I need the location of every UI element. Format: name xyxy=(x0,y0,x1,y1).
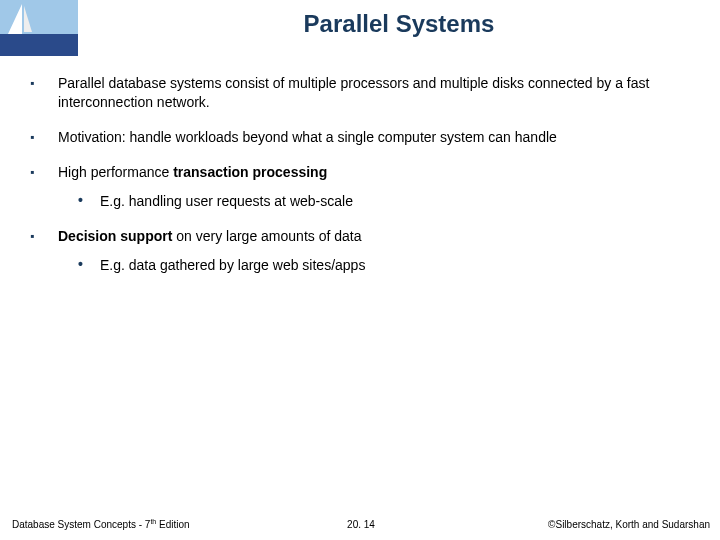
slide-content: ▪ Parallel database systems consist of m… xyxy=(30,74,690,291)
footer-page-number: 20. 14 xyxy=(12,519,710,530)
sub-bullet-text: E.g. handling user requests at web-scale xyxy=(100,192,690,211)
bullet-text: Decision support on very large amounts o… xyxy=(58,227,690,275)
bullet-text: High performance transaction processing … xyxy=(58,163,690,211)
dot-bullet-icon: • xyxy=(78,192,100,211)
square-bullet-icon: ▪ xyxy=(30,128,58,147)
slide-footer: 20. 14 Database System Concepts - 7th Ed… xyxy=(12,518,710,530)
slide-title: Parallel Systems xyxy=(78,10,720,38)
bullet-suffix: on very large amounts of data xyxy=(172,228,361,244)
square-bullet-icon: ▪ xyxy=(30,74,58,112)
bullet-text: Motivation: handle workloads beyond what… xyxy=(58,128,690,147)
bullet-bold: transaction processing xyxy=(173,164,327,180)
bullet-bold: Decision support xyxy=(58,228,172,244)
bullet-item: ▪ Decision support on very large amounts… xyxy=(30,227,690,275)
sub-bullet-item: • E.g. data gathered by large web sites/… xyxy=(78,256,690,275)
bullet-item: ▪ High performance transaction processin… xyxy=(30,163,690,211)
bullet-prefix: High performance xyxy=(58,164,173,180)
sail-icon xyxy=(8,4,22,34)
dot-bullet-icon: • xyxy=(78,256,100,275)
bullet-text: Parallel database systems consist of mul… xyxy=(58,74,690,112)
bullet-item: ▪ Motivation: handle workloads beyond wh… xyxy=(30,128,690,147)
square-bullet-icon: ▪ xyxy=(30,163,58,211)
slide: Parallel Systems ▪ Parallel database sys… xyxy=(0,0,720,540)
square-bullet-icon: ▪ xyxy=(30,227,58,275)
logo-sailboat xyxy=(0,0,78,56)
sail-icon xyxy=(24,6,32,32)
sub-bullet-item: • E.g. handling user requests at web-sca… xyxy=(78,192,690,211)
sub-bullet-text: E.g. data gathered by large web sites/ap… xyxy=(100,256,690,275)
bullet-item: ▪ Parallel database systems consist of m… xyxy=(30,74,690,112)
